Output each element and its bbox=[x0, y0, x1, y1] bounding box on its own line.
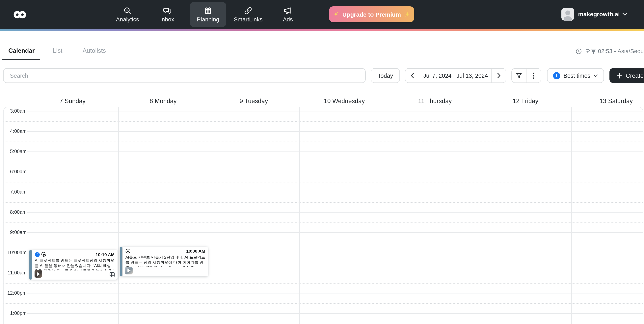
day-header-thursday: 11 Thursday bbox=[390, 98, 480, 105]
chevron-left-icon bbox=[411, 73, 414, 79]
timezone-display: 오후 02:53 - Asia/Seoul bbox=[576, 47, 644, 55]
half-hour-gridline bbox=[4, 324, 643, 324]
create-post-label: Create post bbox=[626, 72, 644, 79]
day-header-wednesday: 10 Wednesday bbox=[299, 98, 390, 105]
post-text: AI 프로덕트를 만드는 프로덕트팀의 시행착오를 AI 툴을 통해서 만들었습… bbox=[35, 258, 114, 268]
today-button[interactable]: Today bbox=[371, 68, 400, 83]
account-name[interactable]: makegrowth.ai bbox=[578, 11, 620, 17]
timezone-text: 오후 02:53 - Asia/Seoul bbox=[585, 47, 644, 55]
post-network-icons: f bbox=[35, 252, 96, 257]
planning-calendar-icon bbox=[204, 6, 212, 15]
filter-funnel-icon bbox=[516, 72, 522, 79]
view-tabs-row: Calendar List Autolists 오후 02:53 - Asia/… bbox=[0, 31, 644, 60]
post-time: 10:10 AM bbox=[96, 252, 115, 257]
time-label: 1:00pm bbox=[4, 310, 26, 317]
post-network-icons bbox=[125, 248, 186, 254]
hour-gridline bbox=[4, 172, 643, 172]
play-icon bbox=[128, 269, 131, 272]
nav-item-analytics[interactable]: Analytics bbox=[109, 2, 146, 27]
accent-gradient-divider bbox=[0, 29, 644, 31]
day-header-sunday: 7 Sunday bbox=[27, 98, 118, 105]
time-label: 10:00am bbox=[4, 249, 26, 256]
chevron-down-icon[interactable] bbox=[622, 12, 627, 16]
time-label: 11:00am bbox=[4, 270, 26, 276]
half-hour-gridline bbox=[4, 141, 643, 142]
column-gridline bbox=[299, 107, 300, 324]
more-options-button[interactable] bbox=[526, 69, 541, 82]
next-week-button[interactable] bbox=[492, 69, 506, 82]
hour-gridline bbox=[4, 293, 643, 294]
day-header-row: 7 Sunday8 Monday9 Tuesday10 Wednesday11 … bbox=[3, 98, 643, 106]
facebook-icon: f bbox=[553, 72, 560, 79]
day-header-saturday: 13 Saturday bbox=[571, 98, 643, 105]
post-card-header: f 10:10 AM bbox=[35, 251, 114, 257]
grid-albums-icon bbox=[110, 272, 114, 277]
nav-item-smartlinks[interactable]: SmartLinks bbox=[230, 2, 266, 27]
date-navigation-group: Jul 7, 2024 - Jul 13, 2024 bbox=[405, 68, 506, 83]
column-gridline bbox=[209, 107, 209, 324]
time-label: 3:00am bbox=[4, 108, 26, 114]
half-hour-gridline bbox=[4, 202, 643, 202]
post-card-body: f 10:10 AMAI 프로덕트를 만드는 프로덕트팀의 시행착오를 AI 툴… bbox=[32, 250, 117, 280]
hour-gridline bbox=[4, 111, 643, 111]
half-hour-gridline bbox=[4, 243, 643, 243]
hour-gridline bbox=[4, 313, 643, 314]
best-times-label: Best times bbox=[564, 72, 590, 79]
upgrade-to-premium-button[interactable]: Upgrade to Premium bbox=[329, 6, 414, 22]
calendar-week-grid[interactable]: 3:00am4:00am5:00am6:00am7:00am8:00am9:00… bbox=[3, 107, 643, 324]
half-hour-gridline bbox=[4, 303, 643, 304]
account-avatar[interactable] bbox=[562, 8, 574, 21]
filter-button[interactable] bbox=[512, 69, 526, 82]
tab-calendar[interactable]: Calendar bbox=[8, 47, 35, 54]
tab-list[interactable]: List bbox=[53, 47, 62, 54]
column-gridline bbox=[390, 107, 390, 324]
best-times-dropdown[interactable]: f Best times bbox=[547, 68, 604, 83]
create-post-button[interactable]: Create post bbox=[610, 68, 644, 83]
previous-week-button[interactable] bbox=[406, 69, 420, 82]
post-accent-bar bbox=[29, 250, 32, 280]
infinity-logo-icon[interactable] bbox=[13, 10, 26, 19]
post-text: AI툴로 컨텐츠 만들기 2탄입니다. AI 프로덕트를 만드는 팀의 시행착오… bbox=[125, 254, 205, 265]
time-label: 5:00am bbox=[4, 148, 26, 155]
play-icon bbox=[37, 272, 40, 276]
kebab-menu-icon bbox=[533, 72, 534, 79]
column-gridline bbox=[480, 107, 481, 324]
tab-autolists[interactable]: Autolists bbox=[82, 47, 106, 54]
threads-icon bbox=[41, 252, 46, 257]
nav-item-planning[interactable]: Planning bbox=[190, 2, 226, 27]
nav-label-planning: Planning bbox=[197, 17, 219, 23]
post-media-thumbnail[interactable] bbox=[34, 270, 42, 278]
nav-label-smartlinks: SmartLinks bbox=[234, 17, 262, 23]
nav-label-ads: Ads bbox=[283, 17, 293, 23]
clock-icon bbox=[576, 48, 582, 54]
analytics-search-chart-icon bbox=[123, 6, 132, 15]
nav-item-inbox[interactable]: Inbox bbox=[149, 2, 186, 27]
filter-menu-group bbox=[512, 68, 541, 83]
post-card[interactable]: f 10:10 AMAI 프로덕트를 만드는 프로덕트팀의 시행착오를 AI 툴… bbox=[29, 250, 117, 280]
nav-label-inbox: Inbox bbox=[160, 17, 174, 23]
search-input[interactable] bbox=[9, 72, 365, 79]
sparkle-icon bbox=[333, 11, 339, 17]
half-hour-gridline bbox=[4, 222, 643, 223]
hour-gridline bbox=[4, 232, 643, 233]
time-label: 6:00am bbox=[4, 168, 26, 175]
post-media-thumbnail[interactable] bbox=[125, 267, 132, 274]
day-header-monday: 8 Monday bbox=[118, 98, 208, 105]
half-hour-gridline bbox=[4, 121, 643, 122]
chevron-right-icon bbox=[497, 73, 500, 79]
nav-item-ads[interactable]: Ads bbox=[270, 2, 306, 27]
time-label: 4:00am bbox=[4, 128, 26, 135]
date-range-label[interactable]: Jul 7, 2024 - Jul 13, 2024 bbox=[420, 69, 492, 82]
post-card[interactable]: 10:00 AMAI툴로 컨텐츠 만들기 2탄입니다. AI 프로덕트를 만드는… bbox=[120, 246, 208, 276]
half-hour-gridline bbox=[4, 162, 643, 162]
column-gridline bbox=[28, 107, 28, 324]
search-field[interactable] bbox=[3, 68, 366, 83]
app-window: Analytics Inbox Planning bbox=[0, 0, 644, 324]
smartlinks-chain-icon bbox=[244, 6, 252, 15]
hour-gridline bbox=[4, 152, 643, 152]
plus-icon bbox=[616, 73, 622, 78]
active-tab-underline bbox=[2, 59, 40, 60]
time-label: 12:00pm bbox=[4, 290, 26, 296]
person-silhouette-icon bbox=[562, 8, 574, 21]
column-gridline bbox=[118, 107, 118, 324]
